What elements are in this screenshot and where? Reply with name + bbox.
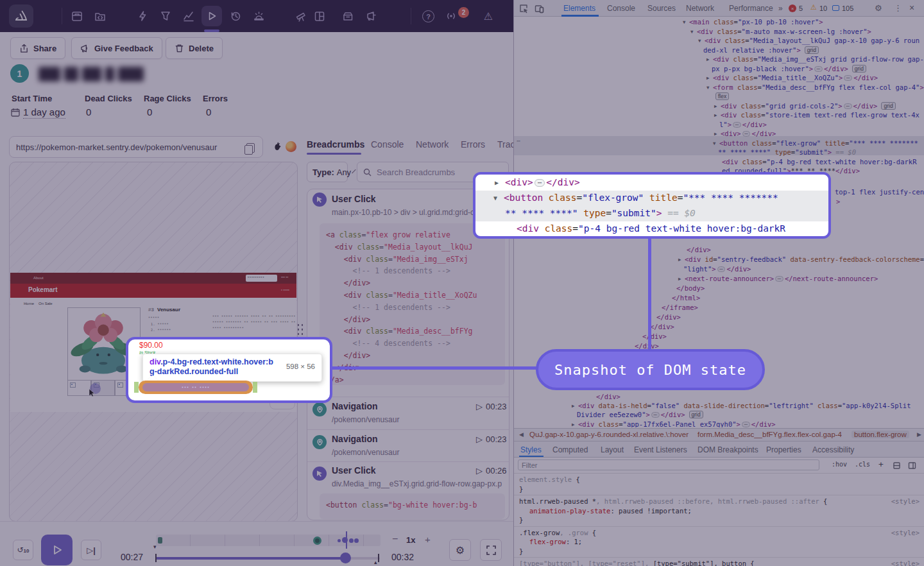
replay-url[interactable]: https://pokemon-market.sentry.dev/pokemo… (16, 142, 217, 152)
discover-icon[interactable] (294, 9, 308, 23)
warning-icon[interactable]: ⚠ (481, 9, 495, 23)
dom-tree-line[interactable]: ▼<button class="flex-grow" title="*** **… (713, 139, 918, 147)
css-rule[interactable]: element.style {} (514, 474, 924, 495)
dom-tree-line[interactable]: ▶<next-route-announcer>⋯</next-route-ann… (678, 275, 878, 282)
toggle-classes[interactable]: .cls (855, 461, 870, 468)
style-source-link[interactable]: <style> (891, 528, 920, 538)
breadcrumb-title[interactable]: Navigation (332, 434, 378, 444)
projects-icon[interactable] (70, 9, 84, 23)
give-feedback-button[interactable]: Give Feedback (71, 37, 162, 59)
element-crumb[interactable]: button.flex-grow (851, 431, 909, 438)
error-count-icon[interactable]: × (789, 4, 796, 12)
css-rule[interactable]: html.rrweb-paused *, html.rrweb-paused :… (514, 495, 924, 527)
devtools-tab-performance[interactable]: Performance (729, 4, 773, 13)
copy-icon[interactable] (246, 143, 255, 153)
dom-tree-line[interactable]: ded-xl relative :hover">grid (703, 46, 819, 54)
dom-tree-line[interactable]: "light">⋯</div> (683, 265, 751, 273)
dom-tree-line[interactable]: ▶<div data-is-held="false" data-slide-di… (572, 402, 911, 409)
devtools-tab-network[interactable]: Network (686, 4, 714, 13)
sidebar-layout-icon[interactable] (908, 461, 916, 472)
tab-properties[interactable]: Properties (766, 445, 801, 454)
breadcrumb-title[interactable]: User Click (332, 194, 375, 204)
dom-tree-line[interactable]: </div> (656, 313, 681, 321)
dom-tree-line[interactable]: ▶<div>⋯</div> (714, 130, 776, 137)
tab-network[interactable]: Network (416, 139, 449, 150)
breadcrumb-timestamp[interactable]: ▷00:23 (476, 402, 507, 411)
device-toolbar-icon[interactable] (535, 4, 544, 16)
dom-tree-line[interactable]: l">⋯</div> (719, 121, 767, 128)
element-crumb[interactable]: form.Media_desc__bfFYg.flex.flex-col.gap… (697, 431, 842, 438)
dom-tree-line[interactable]: </iframe> (662, 304, 698, 311)
more-tabs-icon[interactable]: » (778, 4, 783, 13)
tab-layout[interactable]: Layout (601, 445, 624, 454)
tab-errors[interactable]: Errors (461, 139, 485, 150)
skip-to-end-button[interactable]: ▷| (81, 540, 101, 560)
delete-button[interactable]: Delete (166, 37, 223, 59)
issues-count-icon[interactable] (832, 5, 839, 11)
toggle-hover-state[interactable]: :hov (832, 461, 847, 468)
dom-tree-line[interactable]: </body> (676, 284, 705, 292)
dom-tree-line[interactable]: ▼<div class="Media_layout__lkQuJ gap-x-1… (698, 37, 920, 44)
tab-dom-breakpoints[interactable]: DOM Breakpoints (697, 445, 758, 454)
play-button[interactable] (41, 535, 73, 565)
breadcrumb-title[interactable]: User Click (332, 465, 375, 476)
tab-console[interactable]: Console (371, 139, 404, 150)
dom-tree-line[interactable]: </div> (642, 332, 667, 340)
devtools-tab-sources[interactable]: Sources (647, 4, 676, 13)
rewind-10-button[interactable]: ↺10 (13, 540, 33, 560)
archive-icon[interactable] (341, 9, 355, 23)
search-breadcrumbs-input[interactable] (375, 167, 487, 178)
dom-tree-line[interactable]: ▼<main class="px-10 pb-10 :hover"> (683, 18, 823, 26)
speed-increase-button[interactable]: + (425, 534, 431, 545)
style-source-link[interactable]: <style> (891, 559, 920, 566)
player-settings-button[interactable]: ⚙ (449, 539, 471, 561)
dom-tree-line[interactable]: flex (712, 92, 729, 100)
styles-filter-input[interactable] (518, 459, 819, 470)
dom-tree-line[interactable]: </div> (596, 393, 620, 400)
crumb-scroll-right-icon[interactable]: ▶ (917, 431, 921, 438)
tab-breadcrumbs[interactable]: Breadcrumbs (307, 139, 364, 150)
css-rule[interactable]: .flex-grow, .grow {<style>flex-grow: 1;} (514, 527, 924, 558)
issues-icon[interactable] (135, 9, 150, 23)
inspect-element-icon[interactable] (519, 4, 529, 16)
dom-tree-line[interactable]: px p-px bg-black :hover">⋯</div>grid (712, 65, 866, 73)
devtools-tab-console[interactable]: Console (607, 4, 635, 13)
dom-tree-line[interactable]: </div> (650, 323, 674, 330)
history-icon[interactable] (228, 9, 243, 23)
share-button[interactable]: Share (10, 37, 65, 59)
breadcrumb-timestamp[interactable]: ▷00:26 (476, 466, 507, 476)
dom-tree-line[interactable]: ▶<div class="grid grid-cols-2">⋯</div>gr… (714, 102, 896, 110)
element-crumb[interactable]: QuJ.gap-x-10.gap-y-6.rounded-xl.relative… (529, 431, 689, 438)
speed-decrease-button[interactable]: − (392, 533, 398, 545)
dom-tree-line[interactable]: ** **** ****" type="submit"> == $0 (718, 148, 856, 156)
close-devtools-icon[interactable]: × (909, 3, 914, 13)
alerts-icon[interactable] (252, 9, 266, 23)
scrubber-thumb[interactable] (340, 553, 351, 563)
start-time-value[interactable]: 1 day ago (23, 107, 65, 117)
dom-tree-line[interactable]: Divider ee5ezew0">⋯</div>grid (577, 411, 703, 418)
megaphone-icon[interactable] (364, 9, 379, 23)
tab-event-listeners[interactable]: Event Listeners (634, 445, 687, 454)
breadcrumb-timestamp[interactable]: ▷00:23 (476, 434, 507, 444)
tab-accessibility[interactable]: Accessibility (812, 445, 854, 454)
broadcast-icon[interactable] (444, 9, 458, 23)
type-filter-dropdown[interactable]: Type: Any (307, 162, 348, 182)
replays-icon-active[interactable] (201, 6, 222, 26)
style-source-link[interactable]: <style> (891, 497, 920, 506)
dom-tree-line[interactable]: ▶<div id="sentry-feedback" data-sentry-f… (678, 255, 924, 263)
breadcrumb-title[interactable]: Navigation (332, 401, 378, 411)
boards-icon[interactable] (312, 9, 327, 23)
sentry-logo[interactable] (9, 4, 33, 28)
warning-count-icon[interactable]: ⚠ (810, 3, 817, 12)
crumb-scroll-left-icon[interactable]: ◀ (519, 431, 524, 438)
dom-tree-line[interactable]: ▶<div class="app-17fx6el-Panel ex57qyh0"… (572, 420, 776, 427)
devtools-settings-icon[interactable]: ⚙ (875, 3, 882, 13)
dom-tree-line[interactable]: </html> (672, 294, 700, 302)
new-style-rule-icon[interactable]: + (878, 459, 884, 469)
dom-tree-line[interactable]: ▶<div class="Media_img__eSTxj grid grid-… (706, 55, 924, 63)
dom-tree-line[interactable]: ▶<div class="Media_title__XoQZu">⋯</div> (706, 74, 878, 81)
thumbnail-1[interactable] (67, 380, 91, 396)
fullscreen-button[interactable] (480, 539, 502, 561)
node-overflow-dots[interactable]: ⋯ (517, 137, 520, 144)
dom-tree-line[interactable]: </div> (687, 246, 711, 253)
